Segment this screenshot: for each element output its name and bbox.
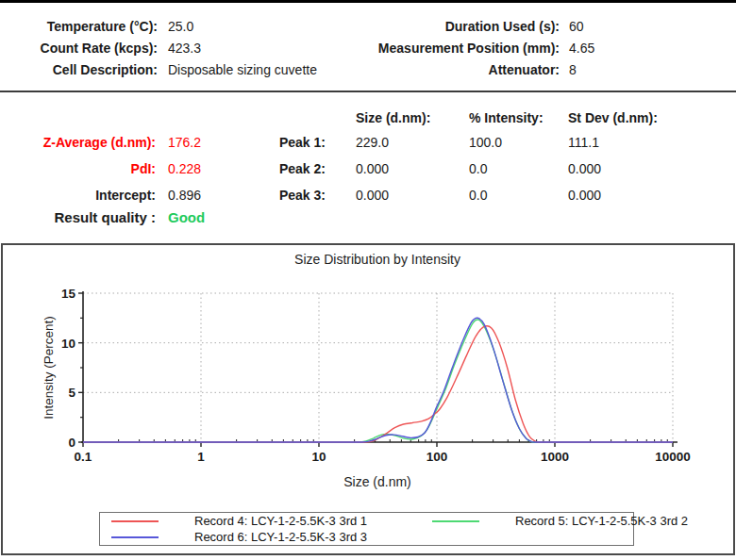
chart-legend: Record 4: LCY-1-2-5.5K-3 3rd 1Record 5: … — [99, 512, 634, 546]
duration-used-label: Duration Used (s): — [283, 19, 560, 34]
peak-1-intensity: 100.0 — [469, 135, 502, 150]
chart-title: Size Distribution by Intensity — [19, 252, 736, 267]
count-rate-value: 423.3 — [168, 41, 201, 56]
legend-item-record-6: Record 6: LCY-1-2-5.5K-3 3rd 3 — [100, 530, 421, 544]
peak-2-size: 0.000 — [356, 161, 389, 176]
peak-3-stdev: 0.000 — [568, 188, 601, 203]
z-average-label: Z-Average (d.nm): — [0, 135, 156, 150]
result-quality-label: Result quality : — [0, 210, 156, 225]
cell-description-label: Cell Description: — [0, 62, 158, 77]
intercept-value: 0.896 — [168, 188, 201, 203]
legend-line-sample — [111, 536, 159, 538]
peak-2-stdev: 0.000 — [568, 161, 601, 176]
peak-header-stdev: St Dev (d.nm): — [568, 110, 658, 125]
z-average-value: 176.2 — [168, 135, 201, 150]
peak-1-size: 229.0 — [356, 135, 389, 150]
measurement-position-label: Measurement Position (mm): — [283, 41, 560, 56]
peak-1-stdev: 111.1 — [568, 135, 599, 150]
peak-3-size: 0.000 — [356, 188, 389, 203]
dls-report-page: Temperature (°C): 25.0 Count Rate (kcps)… — [0, 0, 736, 560]
legend-label: Record 4: LCY-1-2-5.5K-3 3rd 1 — [194, 514, 367, 528]
peak-3-intensity: 0.0 — [469, 188, 487, 203]
legend-line-sample — [432, 520, 479, 522]
intercept-label: Intercept: — [0, 188, 156, 203]
duration-used-value: 60 — [569, 19, 584, 34]
count-rate-label: Count Rate (kcps): — [0, 41, 158, 56]
pdi-label: PdI: — [0, 161, 156, 176]
section-divider-rule — [0, 91, 736, 92]
legend-line-sample — [111, 520, 159, 522]
chart-frame — [1, 243, 735, 555]
legend-label: Record 6: LCY-1-2-5.5K-3 3rd 3 — [194, 530, 367, 544]
temperature-label: Temperature (°C): — [0, 19, 158, 34]
peak-3-label: Peak 3: — [226, 188, 326, 203]
peak-header-intensity: % Intensity: — [469, 110, 544, 125]
result-quality-value: Good — [168, 210, 205, 225]
legend-label: Record 5: LCY-1-2-5.5K-3 3rd 2 — [515, 514, 688, 528]
peak-2-label: Peak 2: — [226, 161, 326, 176]
x-axis-title: Size (d.nm) — [19, 474, 736, 489]
top-border-rule — [0, 0, 736, 3]
peak-1-label: Peak 1: — [226, 135, 326, 150]
legend-item-record-5: Record 5: LCY-1-2-5.5K-3 3rd 2 — [421, 514, 688, 528]
attenuator-value: 8 — [569, 62, 577, 77]
attenuator-label: Attenuator: — [283, 62, 560, 77]
temperature-value: 25.0 — [168, 19, 193, 34]
peak-header-size: Size (d.nm): — [356, 110, 430, 125]
pdi-value: 0.228 — [168, 161, 201, 176]
peak-2-intensity: 0.0 — [469, 161, 487, 176]
measurement-position-value: 4.65 — [569, 41, 594, 56]
legend-item-record-4: Record 4: LCY-1-2-5.5K-3 3rd 1 — [100, 514, 421, 528]
